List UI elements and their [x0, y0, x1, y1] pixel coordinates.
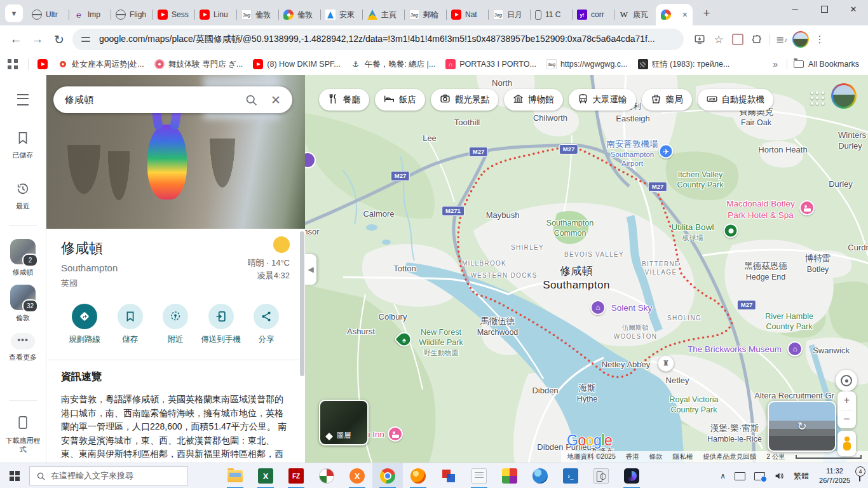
playlist-extension-icon[interactable]: ≣♪ [772, 30, 791, 49]
bookmark-item[interactable]: 舞妓体験 専門店 ぎ... [154, 59, 243, 70]
tab[interactable]: Fligh [111, 4, 153, 25]
input-language[interactable]: 繁體 [794, 471, 809, 482]
volume-icon[interactable] [774, 471, 784, 481]
google-apps-grid-icon[interactable] [811, 92, 825, 105]
tab[interactable]: Ultr [27, 4, 69, 25]
taskbar-app-device[interactable] [586, 463, 616, 488]
tab-active[interactable]: × [656, 4, 693, 25]
my-location-button[interactable] [836, 370, 857, 391]
bookmark-item[interactable] [37, 59, 48, 69]
taskbar-app-swirl[interactable] [616, 463, 647, 488]
map-layers-control[interactable]: 圖層 [319, 400, 369, 445]
tab[interactable]: Nat [446, 4, 488, 25]
tab[interactable]: 安東 [320, 4, 362, 25]
taskbar-search-box[interactable]: 在這裡輸入文字來搜尋 [29, 466, 188, 485]
bookmark-item[interactable]: https://wgwgwg.c... [546, 59, 628, 69]
see-more-button[interactable]: ••• 查看更多 [0, 333, 46, 362]
zoom-out-button[interactable]: − [837, 410, 856, 429]
tray-expand-chevron[interactable]: ∧ [720, 471, 726, 480]
browser-menu-icon[interactable]: ⋮ [810, 30, 829, 49]
footer-link[interactable]: 香港 [626, 452, 639, 461]
collapse-panel-button[interactable]: ◀ [305, 254, 316, 285]
taskbar-app-excel[interactable] [250, 463, 281, 488]
taskbar-app-powershell[interactable] [555, 463, 586, 488]
extensions-icon[interactable] [747, 30, 766, 49]
bookmarks-overflow-chevron[interactable]: » [768, 59, 783, 69]
taskbar-app-chrome[interactable] [372, 463, 403, 488]
action-save[interactable]: 儲存 [109, 304, 151, 345]
new-tab-button[interactable]: + [698, 4, 715, 22]
tab[interactable]: Sess [153, 4, 194, 25]
notification-center[interactable]: 4 [859, 470, 860, 482]
sidebar-item-recents[interactable]: 最近 [0, 182, 46, 210]
bookmark-item[interactable]: 狂情 (1983): трейле... [638, 59, 730, 70]
tab[interactable]: Linu [194, 4, 236, 25]
tab[interactable]: corr [572, 4, 614, 25]
taskbar-app-firefox[interactable] [403, 463, 433, 488]
start-button[interactable] [0, 463, 29, 488]
footer-link[interactable]: 條款 [649, 452, 663, 461]
taskbar-app-mosaic[interactable] [494, 463, 525, 488]
wikipedia-link[interactable]: 維基百科 [161, 463, 197, 463]
back-button[interactable]: ← [5, 29, 27, 50]
all-bookmarks-button[interactable]: All Bookmarks [794, 60, 859, 69]
address-bar[interactable]: google.com/maps/place/英國修咸頓/@50.9138999,… [72, 29, 684, 50]
clear-search-icon[interactable]: ✕ [271, 93, 281, 107]
chip-attraction[interactable]: 觀光景點 [431, 89, 498, 111]
zoom-in-button[interactable]: + [837, 391, 856, 410]
maximize-button[interactable] [810, 0, 839, 18]
tab[interactable]: 倫敦 [236, 4, 278, 25]
tab[interactable]: 倫敦 [278, 4, 320, 25]
taskbar-app-redblue[interactable] [433, 463, 464, 488]
profile-avatar[interactable] [791, 30, 810, 49]
taskbar-app-filezilla[interactable] [281, 463, 311, 488]
tab[interactable]: 主頁 [362, 4, 404, 25]
maps-search-box[interactable]: 修咸頓 ✕ [53, 86, 292, 113]
action-dir[interactable]: 規劃路線 [64, 304, 105, 345]
menu-button[interactable] [0, 94, 46, 108]
taskbar-app-explorer[interactable] [220, 463, 250, 488]
street-view-preview[interactable]: ↻ [768, 401, 836, 452]
apps-grid-icon[interactable] [8, 59, 18, 69]
get-app-button[interactable]: 下載應用程式 [0, 415, 46, 454]
taskbar-clock[interactable]: 11:32 26/7/2025 [819, 466, 850, 485]
site-settings-icon[interactable] [81, 36, 92, 43]
taskbar-app-xampp[interactable] [342, 463, 372, 488]
taskbar-app-sphere[interactable] [525, 463, 555, 488]
chip-pharmacy[interactable]: 藥局 [642, 89, 692, 111]
close-button[interactable]: ✕ [839, 0, 868, 18]
chip-atm[interactable]: ATM自動提款機 [698, 89, 774, 111]
bookmark-star-icon[interactable]: ☆ [709, 30, 728, 49]
tab-close-icon[interactable]: × [682, 10, 688, 20]
minimize-button[interactable]: ─ [780, 0, 810, 18]
action-send[interactable]: 傳送到手機 [200, 304, 242, 345]
chip-hotel[interactable]: 飯店 [375, 89, 425, 111]
chip-transit[interactable]: 大眾運輸 [569, 89, 636, 111]
recent-place-southampton[interactable]: 2 修咸頓 [0, 239, 46, 276]
footer-link[interactable]: 隱私權 [673, 452, 693, 461]
forward-button[interactable]: → [27, 29, 48, 50]
chip-museum[interactable]: 博物館 [504, 89, 563, 111]
side-panel-icon[interactable] [728, 30, 747, 49]
install-app-icon[interactable] [690, 30, 709, 49]
bookmark-item[interactable]: PORTA33 I PORTO... [445, 59, 536, 69]
chip-restaurant[interactable]: 餐廳 [319, 89, 369, 111]
footer-link[interactable]: 提供產品意見回饋 [703, 452, 756, 461]
tab[interactable]: 日月 [488, 4, 530, 25]
bookmark-item[interactable]: 午餐，晚餐: 總店 |... [351, 59, 436, 70]
action-near[interactable]: 附近 [154, 304, 196, 345]
account-avatar[interactable] [831, 83, 857, 109]
place-hero-photo[interactable]: 修咸頓 ✕ [46, 75, 305, 229]
tab-search-button[interactable]: ▼ [5, 4, 23, 22]
screen-connect-icon[interactable] [754, 472, 765, 480]
recent-place-london[interactable]: 32 倫敦 [0, 285, 46, 322]
pegman-control[interactable] [837, 431, 856, 456]
sidebar-item-saved[interactable]: 已儲存 [0, 131, 46, 159]
panel-scrollbar[interactable] [300, 231, 304, 376]
action-share[interactable]: 分享 [245, 304, 287, 345]
tab[interactable]: 郵輪 [404, 4, 446, 25]
taskbar-app-notepad[interactable] [464, 463, 494, 488]
tablet-mode-icon[interactable] [735, 472, 745, 480]
tab[interactable]: Imp [69, 4, 111, 25]
search-icon[interactable] [245, 93, 258, 107]
